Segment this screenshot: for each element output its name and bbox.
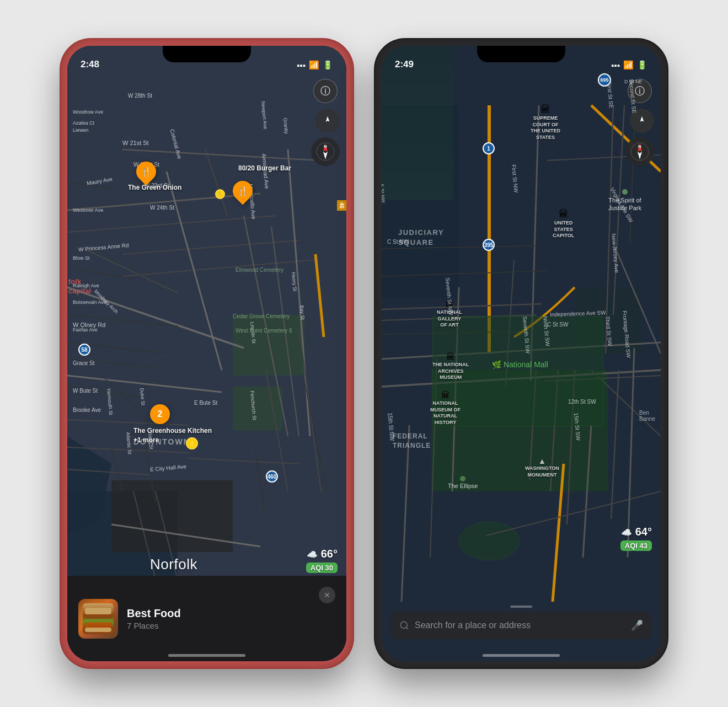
dc-battery-icon: 🔋 xyxy=(637,60,647,70)
home-bar-1 xyxy=(168,654,245,657)
phone-2: ⓘ N 🏛 xyxy=(375,39,667,668)
search-icon xyxy=(399,620,409,630)
cluster-number: 2 xyxy=(158,409,163,419)
svg-line-28 xyxy=(255,447,266,519)
spirit-of-justice-park: The Spirit of Justice Park xyxy=(600,189,650,212)
card-text: Best Food 7 Places xyxy=(127,607,310,630)
card-title: Best Food xyxy=(127,607,310,620)
svg-line-22 xyxy=(67,420,189,425)
dc-compass-button[interactable]: N xyxy=(625,137,654,166)
svg-line-67 xyxy=(402,425,409,602)
dc-info-button[interactable]: ⓘ xyxy=(628,79,652,103)
card-subtitle: 7 Places xyxy=(127,621,310,630)
the-ellipse: The Ellipse xyxy=(448,476,478,489)
direction-icon xyxy=(322,115,333,126)
svg-point-44 xyxy=(459,522,520,560)
compass-icon: N xyxy=(315,142,335,162)
notch-1 xyxy=(163,46,251,62)
svg-line-15 xyxy=(205,149,227,216)
phone-1: W 21st St W 22nd St W 23rd St W 24th St … xyxy=(61,39,353,668)
dc-location-button[interactable] xyxy=(630,109,654,133)
highway-1-badge: 1 xyxy=(483,142,495,154)
location-button[interactable] xyxy=(315,109,340,133)
highway-460: 460 xyxy=(266,470,278,483)
svg-line-13 xyxy=(84,249,178,293)
search-placeholder-text: Search for a place or address xyxy=(415,620,625,630)
close-button[interactable]: ✕ xyxy=(319,587,335,603)
national-mall-label: 🌿 National Mall xyxy=(492,360,548,369)
search-bar-handle xyxy=(510,606,532,608)
washington-monument: ▲ WASHINGTONMONUMENT xyxy=(525,457,559,478)
svg-line-37 xyxy=(315,254,324,337)
phone-2-screen: ⓘ N 🏛 xyxy=(382,46,661,661)
national-archives: 🏛 THE NATIONALARCHIVESMUSEUM xyxy=(432,352,469,381)
svg-line-35 xyxy=(304,381,326,491)
compass-button[interactable]: N xyxy=(311,137,340,166)
spirit-dot xyxy=(622,189,628,195)
ben-banne-label: BenBanne xyxy=(639,410,655,422)
phone-1-screen: W 21st St W 22nd St W 23rd St W 24th St … xyxy=(67,46,346,661)
norfolk-map[interactable]: W 21st St W 22nd St W 23rd St W 24th St … xyxy=(67,46,346,661)
dc-weather-temp: ☁️ 64° xyxy=(620,526,652,538)
aqi-badge: AQI 30 xyxy=(306,563,338,573)
pin-greenhouse-label: The Greenhouse Kitchen+1 more xyxy=(133,426,212,445)
dc-map[interactable]: ⓘ N 🏛 xyxy=(382,46,661,661)
svg-line-29 xyxy=(122,149,321,160)
pin-green-onion[interactable]: 🍴 The Green Onion xyxy=(136,162,156,181)
pin-burger-bar[interactable]: 🍴 80/20 Burger Bar xyxy=(233,181,253,201)
highway-58: 58 xyxy=(78,344,90,356)
time-display-2: 2:49 xyxy=(395,59,414,70)
time-display-1: 2:48 xyxy=(81,59,99,70)
microphone-icon[interactable]: 🎤 xyxy=(631,619,643,631)
pin-burger-label: 80/20 Burger Bar xyxy=(238,164,291,172)
highway-695-badge: 695 xyxy=(598,73,611,87)
signal-icon: ▪▪▪ xyxy=(297,61,306,70)
svg-rect-4 xyxy=(111,480,233,552)
svg-line-36 xyxy=(67,183,111,188)
ellipse-dot xyxy=(460,476,465,481)
battery-icon: 🔋 xyxy=(323,60,333,70)
food-thumbnail xyxy=(78,599,118,639)
status-icons-2: ▪▪▪ 📶 🔋 xyxy=(611,60,647,70)
pin-small-1[interactable]: 🍴 xyxy=(215,189,225,199)
dc-search-bar[interactable]: Search for a place or address 🎤 xyxy=(390,612,652,639)
status-icons-1: ▪▪▪ 📶 🔋 xyxy=(297,60,333,70)
best-food-card[interactable]: Best Food 7 Places ✕ xyxy=(67,576,346,661)
natural-history-museum: 🏛 NATIONALMUSEUM OFNATURALHISTORY xyxy=(430,390,461,426)
svg-point-80 xyxy=(400,622,407,628)
home-bar-2 xyxy=(483,654,560,657)
svg-rect-2 xyxy=(233,315,304,376)
svg-line-10 xyxy=(167,172,222,370)
wifi-icon: 📶 xyxy=(309,60,319,70)
svg-text:N: N xyxy=(324,144,327,149)
dc-signal-icon: ▪▪▪ xyxy=(611,61,620,70)
supreme-court: 🏛 SUPREMECOURT OFTHE UNITEDSTATES xyxy=(531,104,560,141)
dc-direction-icon xyxy=(636,115,647,126)
svg-text:N: N xyxy=(638,144,641,149)
dc-compass-icon: N xyxy=(630,142,650,162)
national-gallery: 🏛 NATIONALGALLERYOF ART xyxy=(437,299,462,329)
info-button[interactable]: ⓘ xyxy=(313,79,338,103)
svg-line-7 xyxy=(122,240,299,254)
city-name: Norfolk xyxy=(67,556,280,573)
judiciary-square-label: JUDICIARYSQUARE xyxy=(398,228,444,248)
svg-rect-3 xyxy=(233,387,282,431)
svg-line-33 xyxy=(67,387,144,398)
svg-line-32 xyxy=(67,359,156,367)
us-capitol: 🏛 UNITEDSTATESCAPITOL xyxy=(553,208,574,239)
dc-wifi-icon: 📶 xyxy=(623,60,634,70)
highway-395-badge: 395 xyxy=(483,239,495,251)
notch-2 xyxy=(477,46,565,62)
svg-line-5 xyxy=(67,194,260,210)
svg-line-8 xyxy=(122,260,315,276)
dc-aqi-badge: AQI 43 xyxy=(620,540,652,551)
phones-container: W 21st St W 22nd St W 23rd St W 24th St … xyxy=(39,17,689,690)
pin-small-2[interactable]: ⭐ xyxy=(186,437,198,449)
federal-triangle-label: FEDERALTRIANGLE xyxy=(393,432,431,451)
weather-widget: ☁️ 66° AQI 30 xyxy=(306,548,338,573)
norfolk-capital-label: folkcapital xyxy=(68,277,91,296)
weather-temp: ☁️ 66° xyxy=(306,548,338,560)
pin-green-onion-label: The Green Onion xyxy=(128,184,181,191)
highway-46: 46 xyxy=(337,200,346,211)
dc-weather-widget: ☁️ 64° AQI 43 xyxy=(620,526,652,551)
